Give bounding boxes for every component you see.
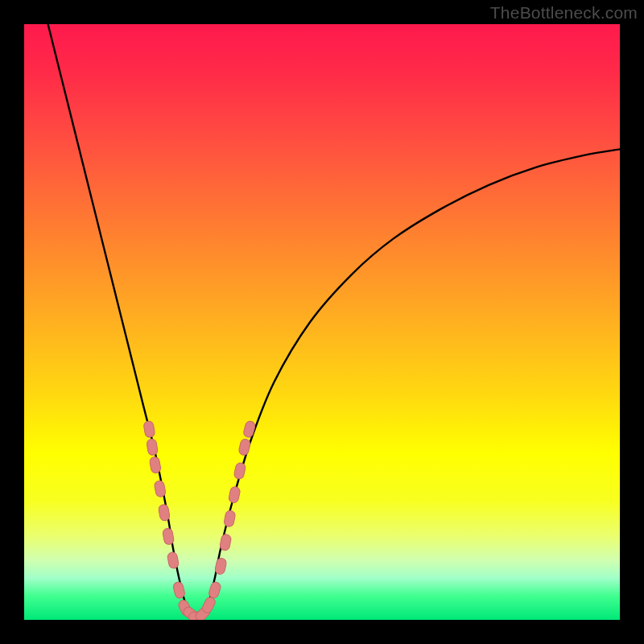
data-marker [147,439,159,456]
curve-layer [24,24,620,620]
watermark-text: TheBottleneck.com [490,3,638,23]
data-marker [208,581,221,600]
data-marker [219,534,231,551]
plot-area [24,24,620,620]
bottleneck-curve [48,24,620,617]
data-marker [154,480,166,497]
data-marker [149,456,161,474]
data-marker [162,527,174,545]
data-marker [143,420,155,438]
data-marker [238,438,251,456]
data-marker [214,557,227,575]
data-marker [233,462,246,480]
data-marker [224,510,236,527]
chart-frame: TheBottleneck.com [0,0,644,644]
marker-group [143,420,256,620]
data-marker [228,486,241,504]
data-marker [172,581,185,599]
data-marker [167,551,180,569]
data-marker [158,504,170,522]
data-marker [242,420,256,438]
